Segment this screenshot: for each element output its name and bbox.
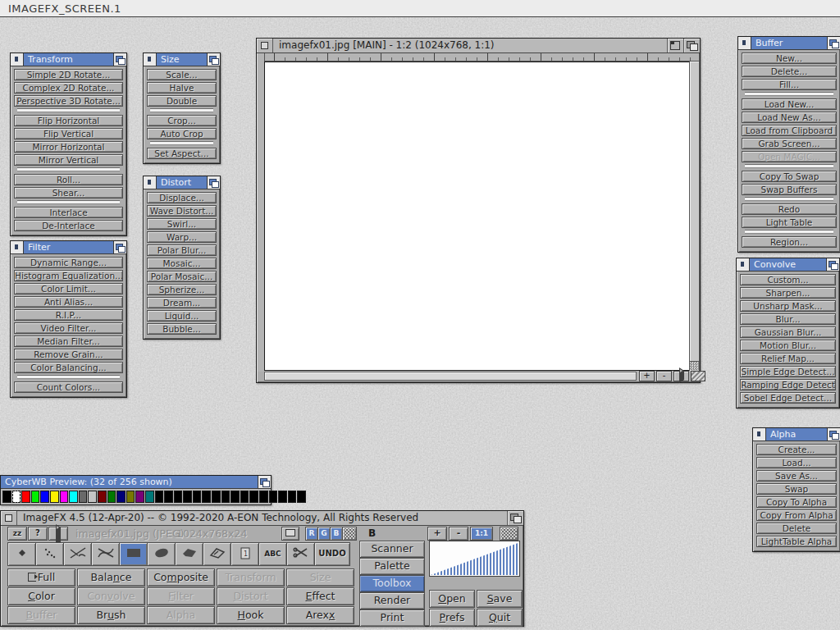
- depth-icon[interactable]: [507, 511, 523, 525]
- preview-titlebar[interactable]: CyberWB Preview: (32 of 256 shown): [1, 476, 271, 489]
- close-icon[interactable]: [1, 511, 17, 525]
- buffer-button[interactable]: Copy To Swap: [742, 171, 837, 182]
- color-swatch[interactable]: [40, 491, 49, 503]
- transform-button[interactable]: Perspective 3D Rotate...: [14, 95, 123, 107]
- zoom-gadget-icon[interactable]: [667, 39, 683, 52]
- alpha-button[interactable]: Swap: [756, 483, 837, 495]
- buffer-button[interactable]: Load New As...: [742, 112, 837, 123]
- page-scanner-button[interactable]: Scanner: [359, 541, 425, 558]
- convolve-button[interactable]: Ramping Edge Detect: [740, 379, 836, 390]
- filter-button[interactable]: Anti Alias...: [14, 296, 123, 308]
- close-icon[interactable]: [753, 428, 766, 441]
- zoom-in-button[interactable]: +: [639, 371, 655, 381]
- buffer-button[interactable]: Swap Buffers: [742, 184, 837, 195]
- resize-grip-icon[interactable]: [691, 371, 705, 381]
- convolve-button[interactable]: Relief Map...: [740, 353, 836, 364]
- distort-button[interactable]: Displace...: [147, 192, 217, 203]
- close-icon[interactable]: [738, 37, 751, 49]
- distort-button[interactable]: Warp...: [147, 231, 217, 243]
- depth-icon[interactable]: [113, 241, 126, 253]
- size-button[interactable]: Crop...: [147, 115, 217, 126]
- image-canvas[interactable]: [264, 62, 690, 371]
- color-swatch[interactable]: [116, 491, 126, 503]
- close-icon[interactable]: [144, 53, 157, 66]
- filter-button[interactable]: Color Limit...: [14, 283, 123, 294]
- channel-green-button[interactable]: G: [317, 527, 331, 541]
- size-button[interactable]: Scale...: [147, 69, 217, 80]
- transform-button[interactable]: Complex 2D Rotate...: [14, 82, 123, 94]
- transform-button[interactable]: Simple 2D Rotate...: [14, 69, 123, 80]
- depth-icon[interactable]: [826, 258, 839, 271]
- depth-icon[interactable]: [207, 176, 220, 189]
- quit-button[interactable]: Quit: [477, 609, 523, 627]
- screen-mode-button[interactable]: [281, 527, 299, 541]
- help-button[interactable]: ?: [28, 527, 48, 541]
- convolve-button[interactable]: Gaussian Blur...: [740, 326, 836, 338]
- distort-button[interactable]: Wave Distort...: [147, 205, 217, 217]
- zoom-out-button[interactable]: -: [656, 371, 672, 381]
- buffer-button[interactable]: Light Table: [742, 217, 837, 228]
- color-swatch[interactable]: [50, 491, 59, 503]
- filter-button[interactable]: Histogram Equalization...: [14, 270, 123, 281]
- color-swatch[interactable]: [183, 491, 192, 503]
- filter-button[interactable]: Count Colors...: [14, 381, 123, 393]
- size-button[interactable]: Auto Crop: [147, 128, 217, 139]
- page-palette-button[interactable]: Palette: [359, 558, 425, 575]
- convolve-button[interactable]: Blur...: [740, 313, 836, 325]
- color-swatch[interactable]: [2, 491, 11, 503]
- convolve-button[interactable]: Simple Edge Detect...: [740, 366, 836, 377]
- close-icon[interactable]: [11, 53, 24, 66]
- buffer-button[interactable]: Delete...: [742, 66, 837, 77]
- filter-button[interactable]: R.I.P...: [14, 309, 123, 321]
- buffer-button[interactable]: Region...: [742, 236, 837, 248]
- color-swatch[interactable]: [231, 491, 240, 503]
- alpha-button[interactable]: Create...: [756, 444, 837, 455]
- scroll-corner-gadget[interactable]: [690, 361, 699, 370]
- close-icon[interactable]: [737, 258, 750, 271]
- point-tool-button[interactable]: [7, 542, 36, 566]
- buffer-button[interactable]: Fill...: [742, 79, 837, 90]
- depth-icon[interactable]: [827, 428, 840, 441]
- prefs-button[interactable]: Prefs: [429, 609, 475, 627]
- convolve-button[interactable]: Sobel Edge Detect...: [740, 392, 836, 404]
- alpha-titlebar[interactable]: Alpha: [753, 428, 840, 441]
- distort-button[interactable]: Bubble...: [147, 323, 217, 335]
- distort-button[interactable]: Dream...: [147, 297, 217, 308]
- distort-button[interactable]: Mosaic...: [147, 258, 217, 269]
- distort-button[interactable]: Polar Mosaic...: [147, 271, 217, 282]
- freehand-tool-button[interactable]: [203, 542, 231, 566]
- depth-icon[interactable]: [113, 53, 126, 66]
- pan-arrow-button[interactable]: [673, 371, 689, 381]
- transform-button[interactable]: Interlace: [14, 207, 123, 218]
- oval-tool-button[interactable]: [147, 542, 176, 566]
- page-render-button[interactable]: Render: [359, 592, 425, 609]
- color-swatch[interactable]: [193, 491, 202, 503]
- line-tool-button[interactable]: [63, 542, 92, 566]
- color-swatch[interactable]: [98, 491, 107, 503]
- color-button[interactable]: Color: [7, 587, 75, 605]
- transform-button[interactable]: Mirror Horizontal: [14, 141, 123, 153]
- alpha-button[interactable]: Copy From Alpha: [756, 509, 837, 521]
- color-swatch[interactable]: [135, 491, 144, 503]
- color-swatch[interactable]: [107, 491, 116, 503]
- color-swatch[interactable]: [202, 491, 211, 503]
- color-swatch[interactable]: [278, 491, 287, 503]
- arexx-button[interactable]: Arexx: [286, 606, 354, 624]
- transform-button[interactable]: Flip Horizontal: [14, 115, 123, 126]
- zoom-out-button[interactable]: -: [449, 527, 468, 541]
- alpha-button[interactable]: LightTable Alpha: [756, 536, 837, 547]
- transform-titlebar[interactable]: Transform: [11, 53, 126, 66]
- depth-icon[interactable]: [827, 37, 840, 49]
- zoom-ratio-button[interactable]: 1:1: [470, 527, 493, 541]
- size-titlebar[interactable]: Size: [144, 53, 220, 66]
- transform-button[interactable]: Shear...: [14, 187, 123, 199]
- depth-icon[interactable]: [683, 39, 700, 52]
- scissors-tool-button[interactable]: [286, 542, 315, 566]
- color-swatch[interactable]: [174, 491, 183, 503]
- filter-button[interactable]: Remove Grain...: [14, 349, 123, 360]
- horizontal-scrollbar[interactable]: [264, 372, 637, 381]
- color-swatch[interactable]: [249, 491, 258, 503]
- color-swatch[interactable]: [69, 491, 78, 503]
- color-swatch[interactable]: [88, 491, 97, 503]
- alpha-button[interactable]: Copy To Alpha: [756, 496, 837, 508]
